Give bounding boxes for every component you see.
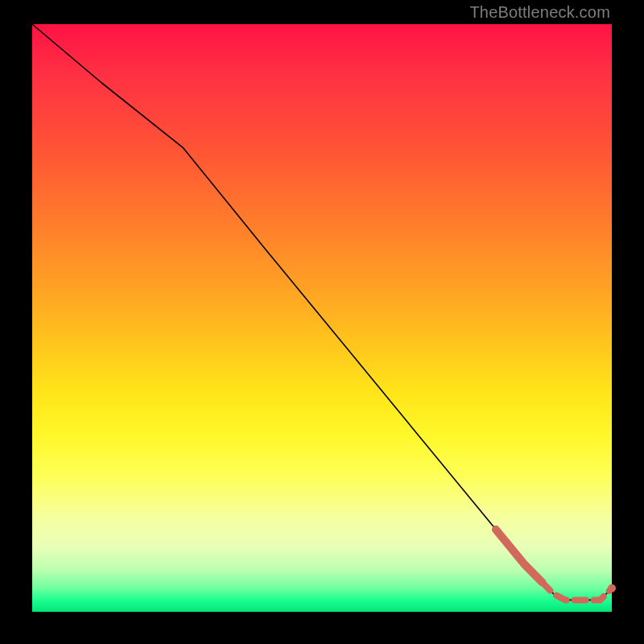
frame-bottom (0, 612, 644, 644)
frame-left (0, 0, 32, 644)
optimal-range-solid (496, 530, 543, 583)
attribution-text: TheBottleneck.com (469, 3, 610, 22)
curve-overlay (32, 24, 612, 612)
optimal-range-dashed (543, 583, 612, 601)
plot-area (32, 24, 612, 612)
frame-right (612, 0, 644, 644)
bottleneck-curve (32, 24, 612, 600)
endpoint-dot (608, 584, 616, 592)
chart-stage: TheBottleneck.com (0, 0, 644, 644)
